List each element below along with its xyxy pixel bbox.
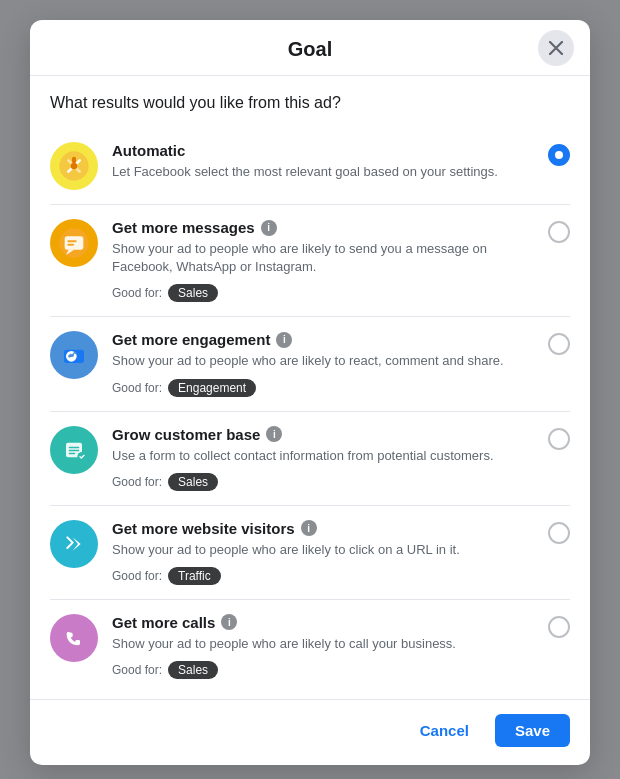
website_visitors-badge: Traffic [168, 567, 221, 585]
modal-header: Goal [30, 20, 590, 76]
customer_base-good-for-label: Good for: [112, 475, 162, 489]
messages-radio[interactable] [548, 221, 570, 243]
svg-point-20 [59, 623, 88, 652]
engagement-desc: Show your ad to people who are likely to… [112, 352, 538, 370]
svg-rect-4 [72, 157, 76, 164]
messages-desc: Show your ad to people who are likely to… [112, 240, 538, 276]
option-row-calls[interactable]: Get more callsiShow your ad to people wh… [50, 600, 570, 693]
svg-rect-9 [67, 244, 74, 246]
svg-rect-6 [65, 236, 84, 249]
calls-good-for-label: Good for: [112, 663, 162, 677]
svg-rect-8 [67, 240, 76, 242]
svg-point-3 [71, 163, 78, 170]
customer_base-badge: Sales [168, 473, 218, 491]
website_visitors-radio[interactable] [548, 522, 570, 544]
cancel-button[interactable]: Cancel [404, 714, 485, 747]
engagement-title: Get more engagementi [112, 331, 538, 348]
calls-badge: Sales [168, 661, 218, 679]
customer_base-good-for-row: Good for:Sales [112, 473, 538, 491]
close-icon [549, 41, 563, 55]
automatic-desc: Let Facebook select the most relevant go… [112, 163, 538, 181]
calls-icon [50, 614, 98, 662]
messages-good-for-row: Good for:Sales [112, 284, 538, 302]
customer_base-info-icon[interactable]: i [266, 426, 282, 442]
engagement-content: Get more engagementiShow your ad to peop… [112, 331, 538, 396]
customer_base-radio[interactable] [548, 428, 570, 450]
svg-rect-15 [69, 446, 80, 448]
automatic-content: AutomaticLet Facebook select the most re… [112, 142, 538, 189]
modal-question: What results would you like from this ad… [50, 94, 570, 112]
calls-radio[interactable] [548, 616, 570, 638]
svg-rect-16 [69, 449, 80, 451]
modal-overlay: Goal What results would you like from th… [0, 0, 620, 779]
calls-info-icon[interactable]: i [221, 614, 237, 630]
automatic-icon [50, 142, 98, 190]
engagement-good-for-label: Good for: [112, 381, 162, 395]
engagement-info-icon[interactable]: i [276, 332, 292, 348]
option-row-messages[interactable]: Get more messagesiShow your ad to people… [50, 205, 570, 317]
calls-content: Get more callsiShow your ad to people wh… [112, 614, 538, 679]
messages-badge: Sales [168, 284, 218, 302]
website_visitors-desc: Show your ad to people who are likely to… [112, 541, 538, 559]
goal-modal: Goal What results would you like from th… [30, 20, 590, 765]
customer_base-content: Grow customer baseiUse a form to collect… [112, 426, 538, 491]
messages-good-for-label: Good for: [112, 286, 162, 300]
option-row-website_visitors[interactable]: Get more website visitorsiShow your ad t… [50, 506, 570, 600]
modal-title: Goal [288, 38, 332, 61]
option-row-customer_base[interactable]: Grow customer baseiUse a form to collect… [50, 412, 570, 506]
engagement-radio[interactable] [548, 333, 570, 355]
close-button[interactable] [538, 30, 574, 66]
svg-point-19 [59, 529, 88, 558]
engagement-good-for-row: Good for:Engagement [112, 379, 538, 397]
engagement-badge: Engagement [168, 379, 256, 397]
option-row-automatic[interactable]: AutomaticLet Facebook select the most re… [50, 128, 570, 205]
website_visitors-info-icon[interactable]: i [301, 520, 317, 536]
customer_base-title: Grow customer basei [112, 426, 538, 443]
website_visitors-content: Get more website visitorsiShow your ad t… [112, 520, 538, 585]
messages-info-icon[interactable]: i [261, 220, 277, 236]
modal-body: What results would you like from this ad… [30, 76, 590, 693]
website_visitors-good-for-label: Good for: [112, 569, 162, 583]
website_visitors-icon [50, 520, 98, 568]
calls-title: Get more callsi [112, 614, 538, 631]
svg-rect-17 [69, 452, 76, 454]
messages-content: Get more messagesiShow your ad to people… [112, 219, 538, 302]
calls-desc: Show your ad to people who are likely to… [112, 635, 538, 653]
options-list: AutomaticLet Facebook select the most re… [50, 128, 570, 693]
website_visitors-title: Get more website visitorsi [112, 520, 538, 537]
customer_base-icon [50, 426, 98, 474]
automatic-title: Automatic [112, 142, 538, 159]
save-button[interactable]: Save [495, 714, 570, 747]
automatic-radio[interactable] [548, 144, 570, 166]
messages-title: Get more messagesi [112, 219, 538, 236]
automatic-radio-inner [555, 151, 563, 159]
modal-footer: Cancel Save [30, 699, 590, 765]
engagement-icon [50, 331, 98, 379]
website_visitors-good-for-row: Good for:Traffic [112, 567, 538, 585]
option-row-engagement[interactable]: Get more engagementiShow your ad to peop… [50, 317, 570, 411]
customer_base-desc: Use a form to collect contact informatio… [112, 447, 538, 465]
calls-good-for-row: Good for:Sales [112, 661, 538, 679]
messages-icon [50, 219, 98, 267]
